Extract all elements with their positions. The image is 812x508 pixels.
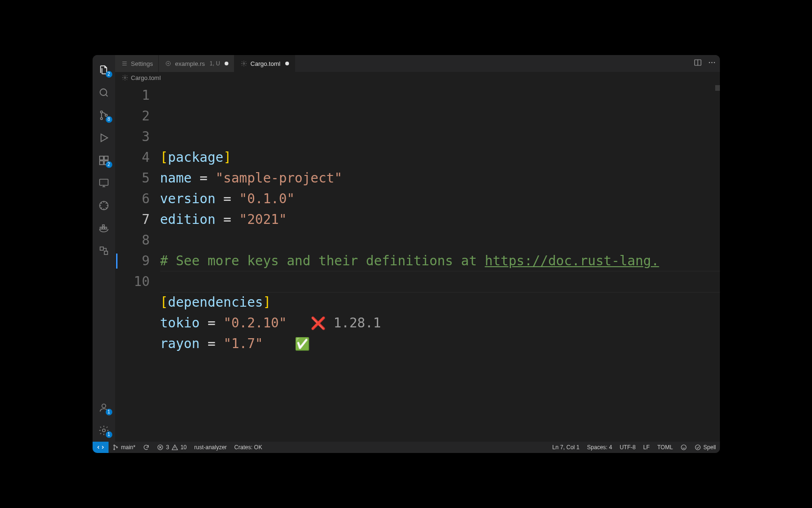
explorer-badge: 2: [106, 71, 112, 78]
svg-point-23: [711, 62, 712, 63]
svg-rect-13: [102, 225, 104, 227]
status-spell[interactable]: Spell: [691, 442, 720, 453]
toml-icon: [240, 60, 248, 67]
extensions-icon[interactable]: 2: [93, 149, 115, 172]
code-line[interactable]: [package]: [160, 147, 720, 168]
vscode-window: 2 8 2: [93, 55, 720, 453]
dirty-indicator-icon: [285, 62, 289, 65]
svg-rect-15: [104, 251, 108, 254]
status-crates[interactable]: Crates: OK: [231, 442, 266, 453]
code-line[interactable]: # See more keys and their definitions at…: [160, 251, 720, 271]
svg-point-28: [116, 447, 117, 448]
status-branch[interactable]: main*: [109, 442, 140, 453]
svg-rect-8: [100, 179, 108, 185]
dirty-indicator-icon: [225, 62, 228, 65]
search-icon[interactable]: [93, 81, 115, 104]
svg-rect-5: [100, 161, 103, 165]
main-area: 2 8 2: [93, 55, 720, 442]
remote-indicator[interactable]: [93, 442, 109, 453]
line-number: 8: [115, 230, 150, 251]
status-problems[interactable]: 3 10: [153, 442, 190, 453]
status-cursor-position[interactable]: Ln 7, Col 1: [548, 442, 583, 453]
scm-badge: 8: [106, 116, 112, 123]
tab-label: Settings: [131, 60, 153, 67]
line-number: 5: [115, 168, 150, 189]
line-number: 10: [115, 271, 150, 292]
minimap-slider[interactable]: [715, 85, 720, 91]
svg-point-25: [124, 77, 126, 79]
code-line[interactable]: rayon = "1.7" ✅: [160, 333, 720, 354]
split-editor-icon[interactable]: [694, 58, 702, 69]
tab-bar: Settingsexample.rs1, UCargo.toml: [115, 55, 720, 72]
svg-point-30: [681, 445, 687, 450]
remote-explorer-icon[interactable]: [93, 172, 115, 194]
code-line[interactable]: name = "sample-project": [160, 168, 720, 189]
svg-point-0: [100, 89, 107, 95]
line-number: 3: [115, 127, 150, 147]
testing-icon[interactable]: [93, 194, 115, 217]
code-line[interactable]: [160, 271, 720, 292]
extensions-badge: 2: [106, 161, 112, 168]
code-line[interactable]: tokio = "0.2.10" ❌ 1.28.1: [160, 313, 720, 333]
code-content[interactable]: [package]name = "sample-project"version …: [160, 83, 720, 442]
svg-point-27: [113, 449, 114, 450]
settings-gear-icon[interactable]: 1: [93, 419, 115, 442]
svg-rect-12: [105, 227, 107, 229]
tab-example-rs[interactable]: example.rs1, U: [159, 55, 234, 72]
run-debug-icon[interactable]: [93, 127, 115, 149]
status-lsp[interactable]: rust-analyzer: [190, 442, 230, 453]
svg-point-24: [714, 62, 715, 63]
svg-rect-11: [102, 227, 104, 229]
line-number-gutter: 12345678910: [115, 83, 160, 442]
editor-column: Settingsexample.rs1, UCargo.toml Cargo.t…: [115, 55, 720, 442]
line-number: 1: [115, 85, 150, 106]
svg-point-19: [168, 63, 169, 64]
svg-point-26: [113, 445, 114, 446]
svg-point-17: [102, 429, 105, 432]
svg-point-22: [709, 62, 710, 63]
svg-point-1: [100, 111, 102, 113]
gear-icon: [122, 74, 128, 81]
svg-point-3: [105, 114, 107, 116]
status-bar: main* 3 10 rust-analyzer Crates: OK Ln 7…: [93, 442, 720, 453]
tab-actions: [694, 55, 720, 72]
line-number: 7: [115, 209, 150, 230]
svg-point-16: [102, 404, 106, 408]
accounts-icon[interactable]: 1: [93, 397, 115, 419]
svg-rect-7: [104, 156, 108, 160]
docker-icon[interactable]: [93, 217, 115, 239]
code-line[interactable]: version = "0.1.0": [160, 189, 720, 209]
rust-icon: [164, 60, 172, 67]
code-line[interactable]: [160, 230, 720, 251]
svg-rect-10: [100, 227, 102, 229]
more-actions-icon[interactable]: [708, 58, 716, 69]
breadcrumb-file: Cargo.toml: [131, 74, 161, 81]
svg-point-20: [243, 63, 245, 64]
status-sync[interactable]: [139, 442, 153, 453]
svg-point-2: [100, 118, 102, 119]
status-eol[interactable]: LF: [640, 442, 654, 453]
status-encoding[interactable]: UTF-8: [616, 442, 640, 453]
explorer-icon[interactable]: 2: [93, 59, 115, 81]
tab-label: example.rs: [175, 60, 205, 67]
tab-settings[interactable]: Settings: [115, 55, 159, 72]
code-editor[interactable]: 12345678910 [package]name = "sample-proj…: [115, 83, 720, 442]
line-number: 4: [115, 147, 150, 168]
accounts-badge: 1: [106, 409, 112, 415]
tab-label: Cargo.toml: [250, 60, 281, 67]
tab-suffix: 1, U: [210, 60, 220, 67]
line-number: 6: [115, 189, 150, 209]
status-language[interactable]: TOML: [654, 442, 677, 453]
status-indent[interactable]: Spaces: 4: [583, 442, 616, 453]
svg-rect-14: [100, 247, 103, 250]
references-icon[interactable]: [93, 239, 115, 262]
code-line[interactable]: [dependencies]: [160, 292, 720, 313]
svg-point-31: [695, 445, 701, 450]
breadcrumb[interactable]: Cargo.toml: [115, 72, 720, 83]
tab-cargo-toml[interactable]: Cargo.toml: [234, 55, 295, 72]
settings-icon: [121, 60, 128, 67]
status-feedback-icon[interactable]: [677, 442, 691, 453]
svg-rect-4: [100, 156, 103, 160]
source-control-icon[interactable]: 8: [93, 104, 115, 127]
code-line[interactable]: edition = "2021": [160, 209, 720, 230]
